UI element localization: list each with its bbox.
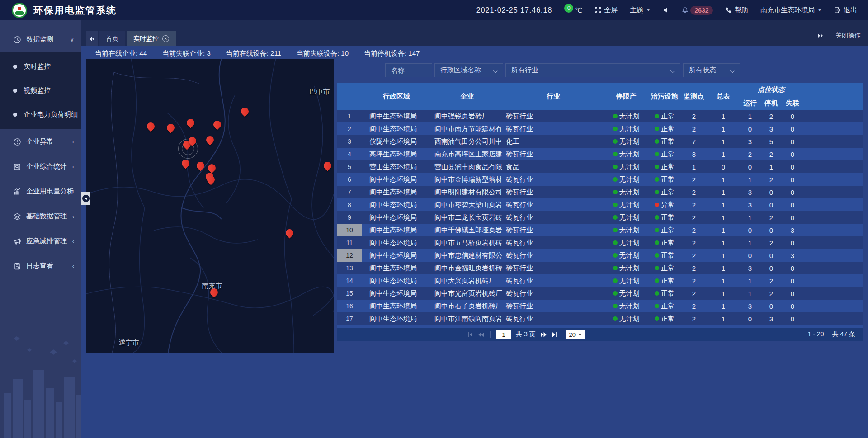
- notification-bell[interactable]: 2632: [682, 6, 713, 15]
- tab-实时监控[interactable]: 实时监控×: [127, 31, 176, 46]
- status-dot-normal: [613, 316, 618, 321]
- sidebar-item-data-monitoring[interactable]: 数据监测∨: [0, 27, 81, 52]
- temperature-value: 0: [564, 4, 573, 13]
- table-row[interactable]: 14阆中生态环境局阆中大兴页岩机砖厂砖瓦行业无计划正常21120: [337, 274, 863, 287]
- fullscreen-button[interactable]: 全屏: [594, 6, 618, 14]
- cell-industry: 砖瓦行业: [503, 300, 604, 312]
- sidebar-item-realtime-monitoring[interactable]: 实时监控: [0, 55, 81, 79]
- stats-bar: 当前在线企业: 44当前失联企业: 3当前在线设备: 211当前失联设备: 10…: [95, 47, 420, 60]
- table-row[interactable]: 10阆中生态环境局阆中千佛镇五郎垭页岩砖瓦行业无计划正常21003: [337, 224, 863, 236]
- cell-enterprise: 阆中明阳建材有限公司: [431, 186, 503, 198]
- cell-offline: 0: [782, 262, 803, 274]
- cell-region: 高坪生态环境局: [362, 148, 431, 160]
- status-text: 异常: [661, 201, 675, 209]
- table-row[interactable]: 5营山生态环境局营山县润丰肉食品有限食品无计划正常10010: [337, 160, 863, 173]
- stat-label: 当前失联企业:: [162, 49, 207, 57]
- cell-running: 3: [739, 300, 761, 312]
- table-row[interactable]: 1阆中生态环境局阆中强锐页岩砖厂砖瓦行业无计划正常21120: [337, 110, 863, 122]
- organization-dropdown[interactable]: 南充市生态环境局 ▼: [760, 6, 822, 14]
- sidebar-subitem-label: 企业电力负荷明细: [24, 110, 78, 119]
- first-page-button[interactable]: [467, 332, 473, 338]
- sidebar-item-enterprise-stats[interactable]: 企业综合统计‹: [0, 154, 81, 179]
- table-row[interactable]: 4高坪生态环境局南充市高坪区王家店建砖瓦行业无计划正常31220: [337, 148, 863, 160]
- theme-dropdown[interactable]: 主题 ▼: [630, 6, 651, 14]
- speaker-icon: [663, 7, 670, 14]
- table-row[interactable]: 7阆中生态环境局阆中明阳建材有限公司砖瓦行业无计划正常21300: [337, 186, 863, 198]
- cell-facility: 正常: [649, 300, 680, 312]
- cell-stopped: 2: [761, 148, 782, 160]
- cell-spacer: [803, 135, 863, 148]
- table-row[interactable]: 3仪陇生态环境局西南油气田分公司川中化工无计划正常71350: [337, 135, 863, 148]
- table-row[interactable]: 9阆中生态环境局阆中市二龙长宝页岩砖砖瓦行业无计划正常21120: [337, 211, 863, 224]
- cell-running: 0: [739, 312, 761, 325]
- cell-limit: 无计划: [604, 312, 649, 325]
- tabs-scroll-left-button[interactable]: [86, 31, 98, 46]
- status-text: 无计划: [619, 315, 640, 323]
- enterprise-table: 行政区域 企业 行业 停限产 治污设施 监测点 总表 点位状态 运行 停机 失联…: [337, 83, 863, 341]
- cell-industry: 砖瓦行业: [503, 312, 604, 325]
- last-page-icon: [552, 332, 558, 338]
- cell-region: 阆中生态环境局: [362, 249, 431, 262]
- cell-facility: 正常: [649, 148, 680, 160]
- tab-close-icon[interactable]: ×: [162, 35, 169, 42]
- cell-points: 2: [680, 274, 708, 287]
- cell-spacer: [803, 224, 863, 236]
- city-label-遂宁市: 遂宁市: [119, 339, 139, 347]
- table-row[interactable]: 8阆中生态环境局阆中市枣碧大梁山页岩砖瓦行业无计划异常21300: [337, 198, 863, 211]
- next-page-button[interactable]: [540, 332, 547, 338]
- filter-bar: 行政区域名称 所有行业 所有状态: [337, 63, 863, 77]
- last-page-button[interactable]: [552, 332, 558, 338]
- region-filter-select[interactable]: 行政区域名称: [434, 63, 503, 77]
- sidebar-item-basic-data[interactable]: 基础数据管理‹: [0, 204, 81, 229]
- row-index: 8: [337, 198, 362, 211]
- sidebar-item-enterprise-abnormal[interactable]: 企业异常‹: [0, 129, 81, 154]
- mute-button[interactable]: [663, 7, 670, 14]
- cell-spacer: [803, 198, 863, 211]
- cell-enterprise: 阆中市光富页岩机砖厂: [431, 287, 503, 300]
- table-row[interactable]: 13阆中生态环境局阆中市金福旺页岩机砖砖瓦行业无计划正常21300: [337, 262, 863, 274]
- cell-points: 2: [680, 122, 708, 135]
- alert-icon: [13, 137, 22, 146]
- cell-points: 2: [680, 224, 708, 236]
- sidebar-item-power-load-detail[interactable]: 企业电力负荷明细: [0, 103, 81, 127]
- cell-points: 2: [680, 211, 708, 224]
- help-button[interactable]: 帮助: [725, 6, 748, 14]
- prev-page-button[interactable]: [478, 332, 485, 338]
- sidebar-item-video-monitoring[interactable]: 视频监控: [0, 79, 81, 103]
- table-row[interactable]: 2阆中生态环境局阆中市南方节能建材有砖瓦行业无计划正常21030: [337, 122, 863, 135]
- page-input[interactable]: [496, 330, 511, 339]
- sidebar-item-emergency-reduction[interactable]: 应急减排管理‹: [0, 229, 81, 254]
- cell-facility: 正常: [649, 262, 680, 274]
- cell-region: 阆中生态环境局: [362, 186, 431, 198]
- sidebar-item-log-view[interactable]: 日志查看‹: [0, 254, 81, 278]
- table-row[interactable]: 15阆中生态环境局阆中市光富页岩机砖厂砖瓦行业无计划正常21120: [337, 287, 863, 300]
- sidebar-item-power-analysis[interactable]: 企业用电量分析‹: [0, 179, 81, 204]
- cell-meter: 0: [708, 160, 739, 173]
- table-row[interactable]: 16阆中生态环境局阆中市石子页岩机砖厂砖瓦行业无计划正常21300: [337, 300, 863, 312]
- cell-meter: 1: [708, 249, 739, 262]
- page-size-select[interactable]: 20: [566, 330, 585, 339]
- sidebar-collapse-button[interactable]: ◄: [81, 192, 90, 205]
- status-dot-normal: [655, 165, 659, 169]
- name-filter-input[interactable]: [385, 63, 432, 77]
- table-row[interactable]: 11阆中生态环境局阆中市五马桥页岩机砖砖瓦行业无计划正常21120: [337, 236, 863, 249]
- stat-value: 44: [139, 49, 147, 57]
- column-header-enterprise: 企业: [431, 83, 503, 110]
- tab-首页[interactable]: 首页: [99, 31, 125, 46]
- table-row[interactable]: 17阆中生态环境局阆中市江南镇阆南页岩砖瓦行业无计划正常21030: [337, 312, 863, 325]
- cell-offline: 3: [782, 224, 803, 236]
- cell-running: 1: [739, 211, 761, 224]
- table-row[interactable]: 12阆中生态环境局阆中市忠信建材有限公砖瓦行业无计划正常21003: [337, 249, 863, 262]
- status-filter-select[interactable]: 所有状态: [683, 63, 740, 77]
- industry-filter-select[interactable]: 所有行业: [505, 63, 680, 77]
- cell-facility: 正常: [649, 236, 680, 249]
- cell-industry: 砖瓦行业: [503, 186, 604, 198]
- table-row[interactable]: 6阆中生态环境局阆中市金博瑞新型墙材砖瓦行业无计划正常21120: [337, 173, 863, 186]
- cell-facility: 正常: [649, 160, 680, 173]
- logout-button[interactable]: 退出: [834, 6, 857, 14]
- close-operations[interactable]: 关闭操作: [817, 32, 861, 40]
- cell-industry: 食品: [503, 160, 604, 173]
- map-panel[interactable]: 巴中市南充市遂宁市: [86, 59, 334, 353]
- status-dot-normal: [655, 253, 659, 258]
- cell-enterprise: 西南油气田分公司川中: [431, 135, 503, 148]
